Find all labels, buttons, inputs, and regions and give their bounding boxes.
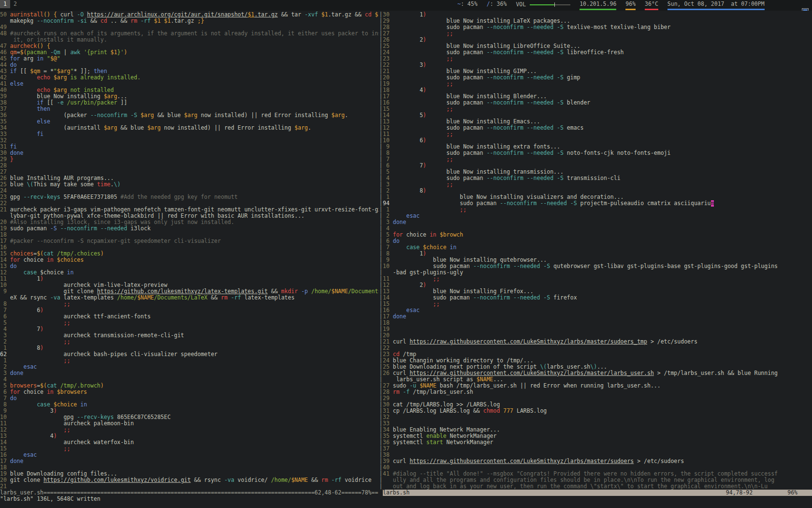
code-line: 33 fi [0, 131, 379, 137]
cursor-block: m [711, 200, 714, 207]
code-line: 23gpg --recv-keys 5FAF0A6EE7371805 #Add … [0, 194, 379, 200]
code-line: 24 sudo pacman --noconfirm --needed -S l… [383, 49, 812, 56]
statusline-active[interactable]: larbs.sh 94,78-92 96% [383, 490, 812, 496]
line-number: 12 [383, 282, 390, 288]
line-number: 4 [0, 326, 7, 332]
code-line: 20 [383, 332, 812, 339]
code-line: 11 1) [0, 276, 379, 282]
line-number: 15 [0, 251, 7, 257]
code-line: 26 2) [383, 37, 812, 43]
line-number: 26 [0, 175, 7, 181]
line-number: 31 [383, 408, 390, 414]
code-line: 47aurcheck() { [0, 43, 379, 49]
workspace-tag-2[interactable]: 2 [10, 0, 20, 8]
code-line: 16 [0, 244, 379, 251]
line-number: 17 [0, 458, 7, 464]
code-line: 5browsers=$(cat /tmp/.browch) [0, 383, 379, 389]
line-number: 4 [383, 175, 390, 181]
code-line: 36 (packer --noconfirm -S $arg && blue $… [0, 112, 379, 119]
code-line: 46qm=$(pacman -Qm | awk '{print $1}') [0, 49, 379, 56]
code-line: 12 case $choice in [0, 269, 379, 276]
line-number: 9 [383, 257, 390, 263]
line-number: 3 [0, 332, 7, 339]
code-line: 3done [0, 370, 379, 376]
code-line: 14 sudo pacman --noconfirm --needed -S f… [383, 295, 812, 301]
code-line: 37 [383, 446, 812, 452]
code-line: 18 [0, 464, 379, 471]
code-line: 1 ;; [383, 207, 812, 213]
code-line: 23 ;; [383, 56, 812, 62]
line-number: 10 [0, 414, 7, 420]
line-number: 16 [0, 244, 7, 251]
code-line: 21curl https://raw.githubusercontent.com… [383, 339, 812, 345]
workspace-tag-1[interactable]: 1 [0, 0, 10, 8]
line-number: 14 [383, 295, 390, 301]
code-line: 8 1) [383, 251, 812, 257]
code-line: 2 8) [383, 188, 812, 194]
code-line: 18 [383, 320, 812, 326]
code-line: 27 ;; [383, 30, 812, 37]
code-line: 50aurinstall() { curl -O https://aur.arc… [0, 12, 379, 18]
line-number: 11 [0, 276, 7, 282]
code-line: eX && rsync -va latex-templates /home/$N… [0, 295, 379, 301]
statusline-row: larbs_user.sh===========================… [0, 490, 812, 496]
line-number: 8 [383, 150, 390, 156]
clock: Sun, Oct 08, 2017 at 07:00PM [667, 1, 765, 10]
editor-pane-left[interactable]: 50aurinstall() { curl -O https://aur.arc… [0, 12, 379, 490]
volume-slider[interactable] [530, 2, 570, 7]
code-line: 30cat /tmp/LARBS.log >> /LARBS.log [383, 402, 812, 408]
code-line: 2 esac [0, 364, 379, 370]
root-partition-icon: / [487, 0, 490, 7]
code-line: 5for choice in $browch [383, 232, 812, 238]
code-line: 41#dialog --title "All done!" --msgbox "… [383, 471, 812, 477]
code-line: 10 aurcheck vim-live-latex-preview [0, 282, 379, 288]
line-number: 40 [383, 464, 390, 471]
code-line: 35systemctl enable NetworkManager [383, 433, 812, 439]
line-number: 5 [383, 232, 390, 238]
code-line: 2 ;; [0, 339, 379, 345]
line-number: 6 [383, 163, 390, 169]
code-line: 4 7) [0, 326, 379, 332]
code-line: 4 [0, 376, 379, 383]
code-line: 26curl https://raw.githubusercontent.com… [383, 370, 812, 376]
code-line: 45for arg in "$@" [0, 56, 379, 62]
code-line: 15 ;; [383, 301, 812, 307]
line-number: 4 [0, 376, 7, 383]
status-bar: 1 2 ~: 45% /: 36% VOL 10.201.5.96 96% 36… [0, 0, 812, 11]
line-number: 5 [0, 383, 7, 389]
code-line: 21 blue Now installing GIMP... [383, 68, 812, 75]
code-line: 29} [0, 156, 379, 163]
code-line: 35 else [0, 119, 379, 125]
vim-split: 50aurinstall() { curl -O https://aur.arc… [0, 11, 812, 490]
line-number: 13 [0, 263, 7, 269]
line-number: 27 [0, 169, 7, 175]
code-line: 26blue Installing AUR programs... [0, 175, 379, 181]
code-line: 18 4) [383, 87, 812, 93]
line-number: 20 [0, 219, 7, 225]
line-number: 31 [0, 144, 7, 150]
code-line: 15 ;; [0, 446, 379, 452]
code-line: 16 esac [0, 452, 379, 458]
editor-pane-right[interactable]: 30 1)29 blue Now installing LaTeX packag… [383, 12, 812, 490]
line-number: 22 [383, 345, 390, 351]
line-number: 3 [383, 219, 390, 225]
line-number: 39 [0, 93, 7, 100]
line-number: 30 [383, 402, 390, 408]
line-number: 18 [383, 87, 390, 93]
line-number: 22 [0, 200, 7, 207]
statusline-inactive[interactable]: larbs_user.sh===========================… [0, 490, 383, 496]
code-line: 42 echo $arg is already installed. [0, 75, 379, 81]
line-number: 2 [383, 188, 390, 194]
code-line: 17#packer --noconfirm -S ncpamixer-git s… [0, 238, 379, 244]
code-line: 9 blue Now installing qutebrowser... [383, 257, 812, 263]
code-line: 28rm -f /tmp/larbs_user.sh [383, 389, 812, 395]
window-separator[interactable]: ||||||||||||||||||||||||||||||||||||||||… [379, 12, 383, 490]
code-line: 5 ;; [0, 320, 379, 326]
code-line: 12 ;; [0, 427, 379, 433]
line-number: 2 [0, 339, 7, 345]
line-number: 24 [383, 358, 390, 364]
code-line: 10 gpg --recv-keys 865E6C87C65285EC [0, 414, 379, 420]
line-number: 5 [383, 169, 390, 175]
code-line: 1 ;; [0, 358, 379, 364]
code-line: 3 ;; [383, 181, 812, 188]
